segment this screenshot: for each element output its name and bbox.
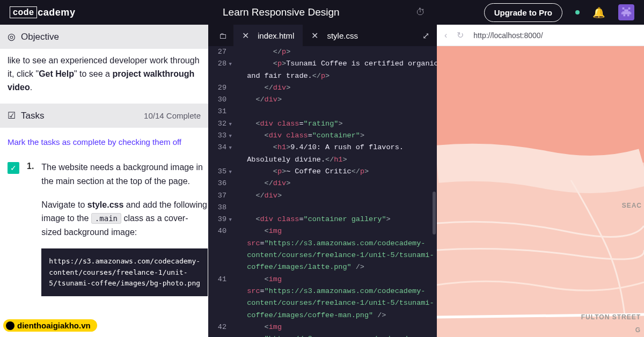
svg-rect-6 [624, 14, 626, 17]
svg-rect-0 [623, 8, 625, 10]
code-snippet: https://s3.amazonaws.com/codecademy-cont… [41, 248, 208, 296]
svg-rect-7 [627, 14, 630, 17]
logo[interactable]: code cademy [10, 6, 75, 18]
tasks-title: Tasks [21, 111, 44, 121]
task-checkbox[interactable]: ✓ [8, 162, 19, 174]
back-icon[interactable]: ‹ [444, 31, 447, 40]
avatar[interactable] [618, 4, 634, 20]
preview-addressbar: ‹ ↻ http://localhost:8000/ [437, 25, 644, 46]
map-label: G [635, 326, 641, 334]
watermark: dienthoaigiakho.vn [3, 319, 97, 332]
timer-icon[interactable]: ⏱ [416, 7, 425, 18]
editor-tabs: 🗀 ✕ index.html ✕ style.css ⤢ [208, 25, 437, 46]
svg-rect-1 [628, 8, 631, 10]
task-item: ✓ 1. The website needs a background imag… [0, 160, 208, 304]
checkbox-icon: ☑ [8, 110, 16, 121]
tab-index-html[interactable]: ✕ index.html [233, 25, 303, 46]
course-title: Learn Responsive Design [223, 6, 340, 18]
instructions-panel: ◎ Objective like to see an experienced d… [0, 25, 208, 337]
close-icon[interactable]: ✕ [311, 31, 318, 41]
objective-title: Objective [21, 32, 59, 42]
svg-rect-5 [630, 12, 631, 14]
reload-icon[interactable]: ↻ [457, 30, 464, 40]
tasks-hint: Mark the tasks as complete by checking t… [0, 128, 208, 160]
logo-boxed: code [10, 6, 37, 18]
svg-rect-3 [623, 11, 631, 14]
svg-rect-4 [621, 12, 623, 14]
tasks-progress: 10/14 Complete [144, 111, 201, 120]
inline-code: .main [91, 213, 121, 224]
notifications-icon[interactable]: 🔔 [592, 6, 605, 19]
preview-viewport[interactable]: SEAC FULTON STREET G [437, 46, 644, 337]
code-editor-panel: 🗀 ✕ index.html ✕ style.css ⤢ 2728▼293031… [208, 25, 437, 337]
close-icon[interactable]: ✕ [242, 31, 249, 41]
scrollbar[interactable] [433, 192, 436, 235]
tab-style-css[interactable]: ✕ style.css [303, 25, 367, 46]
objective-header[interactable]: ◎ Objective [0, 25, 208, 49]
logo-free: cademy [38, 7, 75, 18]
code-editor[interactable]: 2728▼29303132▼33▼34▼35▼36373839▼404142 <… [208, 46, 437, 337]
objective-body: like to see an experienced developer wor… [0, 49, 208, 104]
url-field[interactable]: http://localhost:8000/ [473, 31, 636, 40]
svg-rect-2 [624, 10, 628, 12]
upgrade-button[interactable]: Upgrade to Pro [484, 3, 562, 22]
status-dot-icon [575, 10, 580, 14]
browser-preview: ‹ ↻ http://localhost:8000/ SEAC FULTON S… [437, 25, 644, 337]
task-number: 1. [27, 162, 34, 296]
topbar: code cademy Learn Responsive Design ⏱ Up… [0, 0, 644, 25]
tasks-header[interactable]: ☑ Tasks 10/14 Complete [0, 104, 208, 128]
map-label: FULTON STREET [581, 313, 641, 321]
task-text: The website needs a background image in … [41, 160, 208, 296]
target-icon: ◎ [8, 31, 16, 42]
folder-icon[interactable]: 🗀 [213, 31, 233, 40]
map-label: SEAC [622, 202, 642, 209]
expand-icon[interactable]: ⤢ [415, 31, 437, 41]
